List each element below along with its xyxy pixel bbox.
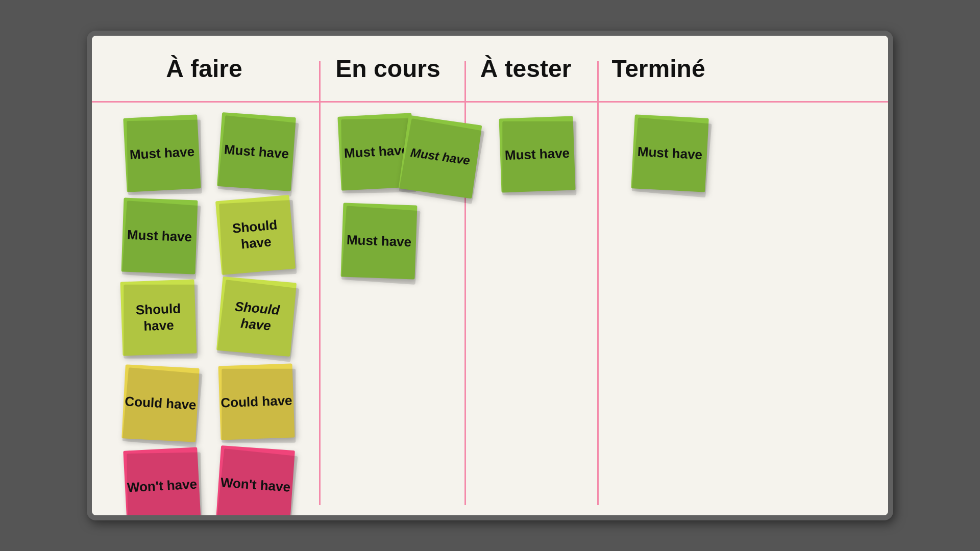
col-header-termine: Terminé — [592, 55, 725, 83]
sticky-todo-2-2[interactable]: Should have — [215, 195, 296, 275]
whiteboard: À faire En cours À tester Terminé Must h… — [87, 31, 893, 520]
sticky-encours-3[interactable]: Must have — [341, 203, 418, 280]
sticky-termine-1[interactable]: Must have — [631, 114, 708, 192]
sticky-todo-1-2[interactable]: Must have — [121, 198, 198, 274]
col-label-atester: À tester — [480, 55, 572, 83]
col-label-todo: À faire — [166, 55, 242, 83]
sticky-todo-2-1[interactable]: Must have — [217, 112, 296, 191]
col-header-encours: En cours — [316, 55, 459, 83]
sticky-todo-1-3[interactable]: Should have — [120, 280, 197, 356]
sticky-todo-2-4[interactable]: Could have — [218, 364, 295, 440]
sticky-todo-1-1[interactable]: Must have — [123, 114, 201, 192]
divider-3 — [597, 61, 599, 505]
sticky-todo-1-5[interactable]: Won't have — [123, 447, 201, 520]
sticky-encours-2[interactable]: Must have — [399, 115, 482, 199]
col-label-encours: En cours — [335, 55, 440, 83]
col-header-atester: À tester — [459, 55, 592, 83]
column-headers: À faire En cours À tester Terminé — [92, 36, 888, 101]
sticky-todo-2-5[interactable]: Won't have — [216, 445, 295, 520]
col-label-termine: Terminé — [611, 55, 705, 83]
sticky-todo-2-3[interactable]: Should have — [216, 277, 297, 357]
sticky-todo-1-4[interactable]: Could have — [121, 364, 199, 442]
top-divider — [92, 101, 888, 103]
sticky-atester-1[interactable]: Must have — [499, 116, 576, 193]
divider-1 — [319, 61, 321, 505]
col-header-todo: À faire — [92, 55, 316, 83]
